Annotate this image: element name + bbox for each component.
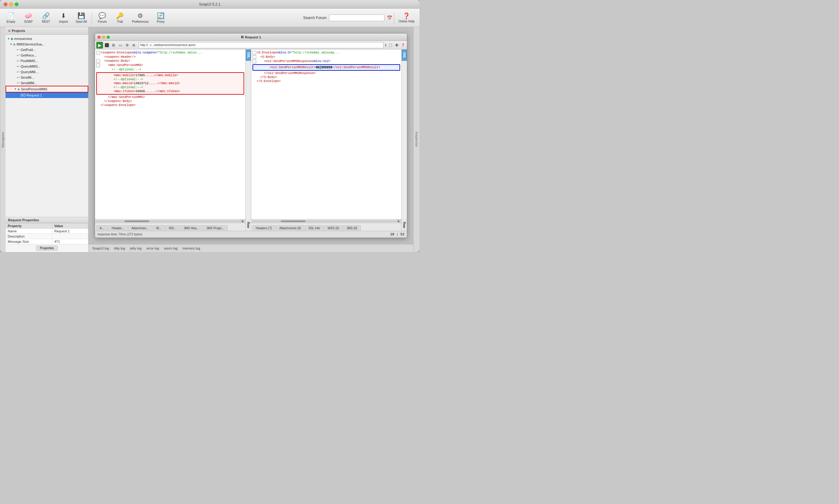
tree-item-mmsservice[interactable]: ▼ ◆ mmsservice [5, 36, 88, 41]
response-scroll-thumb[interactable] [281, 220, 305, 222]
copy-button[interactable]: ▭ [117, 42, 123, 48]
response-horizontal-scroll[interactable]: ⊞ [251, 219, 402, 223]
prop-description-value[interactable] [52, 234, 88, 239]
main-area: Navigator ≡ Projects ▼ ◆ mmsservice ▼ ◈ … [0, 27, 419, 252]
resp-tab-wss[interactable]: WSS (0) [324, 225, 343, 231]
tree-item-getpublisher[interactable]: ↩ GetPubl... [5, 47, 88, 53]
tree-item-sendmm[interactable]: ↩ SendMM... [5, 80, 88, 86]
resp-xml-toggle-2[interactable]: - [252, 55, 256, 59]
resp-tab-attachments[interactable]: Attachments (0) [276, 225, 304, 231]
more-button[interactable]: ⊛ [131, 42, 137, 48]
tree-toggle-sendpersonmms[interactable]: ▼ [14, 88, 17, 91]
add-button[interactable]: ➕ [394, 43, 400, 47]
request-xml-editor[interactable]: - <soapenv:Envelope xmlns:soapenv="http:… [95, 50, 245, 219]
tree-toggle-mmsservice[interactable]: ▼ [7, 37, 11, 40]
stop-button[interactable]: ⬛ [104, 42, 110, 48]
req-tab-jms-prop[interactable]: JMS Prope... [203, 225, 228, 231]
request-horizontal-scroll[interactable]: ⊞ [95, 219, 245, 223]
split-pane: - <soapenv:Envelope xmlns:soapenv="http:… [95, 50, 407, 231]
tree-item-mmsservicesoap[interactable]: ▼ ◈ MMSServiceSoa... [5, 41, 88, 47]
tree-item-querymms1[interactable]: ↩ QueryMMS... [5, 64, 88, 69]
resp-tab-ssl[interactable]: SSL Info [305, 225, 324, 231]
log-tab-http[interactable]: http log [112, 246, 126, 251]
tree-toggle-postmms [13, 59, 17, 62]
toolbar-empty[interactable]: 📄 Empty [2, 11, 19, 24]
tree-toggle-sendmm [13, 82, 17, 85]
soap-label: SOAP [24, 20, 33, 23]
req-tab-jms-hea[interactable]: JMS Hea... [180, 225, 202, 231]
settings-button[interactable]: ⚙ [124, 42, 130, 48]
tree-toggle-mmsservicesoap[interactable]: ▼ [9, 43, 13, 46]
tree-item-request1[interactable]: SO Request 1 [5, 92, 88, 98]
prop-table: Property Value Name Request 1 Descriptio… [5, 223, 88, 244]
toolbar-import[interactable]: ⬇ Import [55, 11, 72, 24]
toolbar-forum[interactable]: 💬 Forum [94, 11, 111, 24]
run-button[interactable]: ▶ [96, 42, 103, 49]
log-tab-error[interactable]: error log [145, 246, 160, 251]
prop-name-value[interactable]: Request 1 [52, 229, 88, 234]
tree-item-sendpersonmms[interactable]: ▼ ◈ SendPersonMMS [5, 86, 88, 92]
help-button[interactable]: ❓ [400, 43, 406, 47]
sendmm-icon: ↩ [17, 81, 20, 85]
xml-line-10: <mms:sToken>43660......</mms:sToken> [98, 89, 242, 93]
toolbar-trial[interactable]: 🔑 Trial [111, 11, 128, 24]
request1-label: Request 1 [27, 93, 42, 97]
forum-icon: 💬 [99, 12, 106, 19]
toolbar-preferences[interactable]: ⚙ Preferences [129, 11, 152, 24]
req-close-button[interactable] [98, 36, 101, 39]
req-tab-w[interactable]: W... [153, 225, 165, 231]
log-tab-soapui[interactable]: SoapUI log [91, 246, 110, 251]
tree-item-sendm1[interactable]: ↩ SendM... [5, 75, 88, 80]
xml-toggle-3[interactable]: - [96, 59, 100, 63]
log-tab-jetty[interactable]: jetty log [129, 246, 143, 251]
log-tab-memory[interactable]: memory log [181, 246, 201, 251]
tree-item-querymms2[interactable]: ↩ QueryMM... [5, 69, 88, 75]
xml-line-6: <mms:mobile>17085.....</mms:mobile> [98, 73, 242, 77]
mmsservice-label: mmsservice [14, 37, 32, 40]
minimize-button[interactable] [9, 2, 13, 6]
request-raw-tab[interactable]: Raw [246, 219, 251, 231]
req-tab-attachment[interactable]: Attachmen... [128, 225, 152, 231]
search-input[interactable] [329, 15, 384, 21]
prop-messagesize-value: 471 [52, 239, 88, 244]
toolbar-proxy[interactable]: 🔄 Proxy [152, 11, 169, 24]
prop-description-label: Description [6, 234, 52, 239]
online-help-button[interactable]: ❓ Online Help [396, 11, 417, 24]
toolbar-soap[interactable]: 🧼 SOAP [20, 11, 37, 24]
response-raw-tab[interactable]: Raw [402, 219, 407, 231]
resp-xml-toggle-1[interactable]: - [252, 51, 256, 55]
req-tab-header[interactable]: Header... [108, 225, 128, 231]
response-xml-tab[interactable]: XML [402, 50, 407, 61]
properties-button[interactable]: Properties [36, 246, 58, 251]
resp-xml-line-5: </ns2:SendPersonMMSResponse> [252, 71, 400, 75]
url-input[interactable] [139, 42, 384, 48]
req-minimize-button[interactable] [102, 36, 105, 39]
resp-xml-line-6: </S:Body> [252, 75, 400, 79]
req-maximize-button[interactable] [107, 36, 110, 39]
resp-tab-headers[interactable]: Headers (7) [252, 225, 276, 231]
resp-tab-jms[interactable]: JMS (0) [343, 225, 361, 231]
sendpersonmms-icon: ◈ [17, 87, 20, 91]
xml-toggle-1[interactable]: - [96, 51, 100, 55]
search-calendar-icon[interactable]: 📅 [387, 15, 392, 20]
req-tab-a[interactable]: A... [96, 225, 108, 231]
request-scroll-thumb[interactable] [125, 220, 149, 222]
getrecords-label: GetReco... [21, 53, 37, 57]
tree-item-getrecords[interactable]: ↩ GetReco... [5, 53, 88, 58]
response-xml-editor[interactable]: - <S:Envelope xmlns:S="http://schemas.xm… [251, 50, 402, 219]
tree-item-postmms[interactable]: ↩ PostMMS... [5, 58, 88, 64]
req-tab-ws[interactable]: WS... [165, 225, 180, 231]
close-button[interactable] [4, 2, 7, 6]
toolbar-rest[interactable]: 🔗 REST [37, 11, 54, 24]
maximize-button[interactable] [15, 2, 18, 6]
toolbar-save-all[interactable]: 💾 Save All [73, 11, 90, 24]
status-bar: response time: 70ms (272 bytes) 10 : 52 [95, 231, 407, 237]
format-button[interactable]: ⊞ [110, 42, 117, 48]
preferences-label: Preferences [132, 20, 148, 23]
request-window: ⊞ Request 1 ▶ ⬛ ⊞ ▭ ⚙ ⊛ ⇕ 📋 [95, 33, 407, 238]
request-xml-tab[interactable]: XML [246, 50, 251, 61]
log-tab-wsrm[interactable]: wsrm log [163, 246, 179, 251]
xml-toggle-4[interactable]: - [96, 64, 100, 67]
wsdl-button[interactable]: 📋 [388, 43, 394, 47]
resp-xml-toggle-3[interactable]: - [252, 60, 256, 63]
